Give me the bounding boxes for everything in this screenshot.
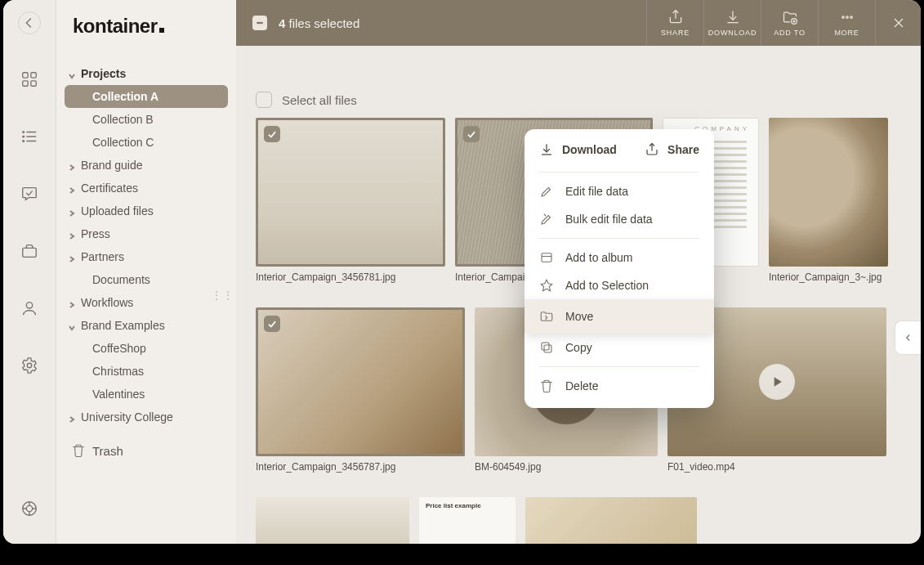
tree-item[interactable]: Collection C xyxy=(65,131,228,154)
add-to-button[interactable]: ADD TO xyxy=(761,0,818,46)
file-item[interactable]: Price list example xyxy=(419,497,516,544)
tree-item-label: Valentines xyxy=(92,388,145,401)
svg-marker-37 xyxy=(541,280,552,291)
file-name: Interior_Campaign_3456787.jpg xyxy=(256,461,465,473)
svg-point-26 xyxy=(841,16,844,19)
menu-bulk-edit[interactable]: Bulk edit file data xyxy=(524,205,714,233)
play-icon[interactable] xyxy=(759,364,795,400)
selected-check-icon xyxy=(264,126,280,142)
menu-edit-file-data[interactable]: Edit file data xyxy=(524,177,714,205)
svg-point-28 xyxy=(850,16,852,19)
tree-item[interactable]: Collection A xyxy=(65,85,228,108)
svg-rect-2 xyxy=(23,81,28,86)
tree-item[interactable]: Collection B xyxy=(65,108,228,131)
grid-icon[interactable] xyxy=(20,70,38,92)
menu-copy[interactable]: Copy xyxy=(524,334,714,361)
list-icon[interactable] xyxy=(20,128,38,149)
svg-rect-39 xyxy=(542,343,549,350)
file-name: Interior_Campaign_3~.jpg xyxy=(769,271,888,283)
tree-item-label: Collection C xyxy=(92,136,154,149)
tree-item[interactable]: Uploaded files xyxy=(65,200,228,222)
tree-item[interactable]: Projects xyxy=(65,62,228,85)
tree-item[interactable]: Brand Examples xyxy=(65,314,228,337)
tree-item[interactable]: Certificates xyxy=(65,177,228,200)
menu-add-to-album[interactable]: Add to album xyxy=(524,244,714,271)
tree-item-label: Christmas xyxy=(92,365,144,378)
tree-item[interactable]: Brand guide xyxy=(65,154,228,177)
svg-marker-31 xyxy=(774,377,782,387)
brand-logo: kontainer xyxy=(65,11,228,62)
sidebar: kontainer ProjectsCollection ACollection… xyxy=(56,0,236,544)
tree-item-label: Certificates xyxy=(81,182,138,195)
context-menu: Download Share Edit file data Bulk edit … xyxy=(524,129,714,408)
menu-download[interactable]: Download xyxy=(539,142,617,157)
download-button[interactable]: DOWNLOAD xyxy=(703,0,761,46)
chat-icon[interactable] xyxy=(20,185,38,206)
tree-item[interactable]: Documents xyxy=(65,268,228,291)
svg-point-9 xyxy=(23,141,25,142)
tree-item[interactable]: Workflows xyxy=(65,291,228,314)
selected-check-icon xyxy=(264,316,280,332)
tree-item-label: Partners xyxy=(81,250,124,263)
selection-indicator[interactable] xyxy=(252,16,267,30)
selection-action-bar: 4 files selected SHARE DOWNLOAD ADD TO M… xyxy=(236,0,921,46)
tree-item-label: Collection B xyxy=(92,113,154,126)
help-icon[interactable] xyxy=(20,500,38,521)
file-item[interactable] xyxy=(256,497,409,544)
tree-item-label: Uploaded files xyxy=(81,204,154,217)
menu-share[interactable]: Share xyxy=(645,142,699,157)
file-name: F01_video.mp4 xyxy=(667,461,886,473)
svg-point-7 xyxy=(23,132,25,133)
file-item[interactable]: Interior_Campaign_3~.jpg xyxy=(769,118,888,283)
select-all-label: Select all files xyxy=(282,93,357,107)
menu-delete[interactable]: Delete xyxy=(524,372,714,400)
back-button[interactable] xyxy=(18,11,41,34)
sidebar-resize-handle[interactable]: ⋮⋮ xyxy=(212,289,234,301)
file-name: BM-604549.jpg xyxy=(475,461,658,473)
file-name: Interior_Campaign_3456781.jpg xyxy=(256,271,445,283)
tree-item-label: Brand Examples xyxy=(81,319,165,332)
file-item[interactable]: Interior_Campaign_3456787.jpg xyxy=(256,307,465,473)
svg-point-27 xyxy=(846,16,848,19)
selected-check-icon xyxy=(463,126,480,142)
svg-rect-35 xyxy=(542,253,551,262)
trash-label: Trash xyxy=(92,444,123,458)
tree-item-label: Press xyxy=(81,227,110,240)
select-all-checkbox[interactable]: Select all files xyxy=(256,92,901,108)
tree-item[interactable]: Valentines xyxy=(65,383,228,406)
side-panel-toggle[interactable] xyxy=(895,321,921,355)
svg-point-8 xyxy=(23,136,25,137)
svg-rect-0 xyxy=(23,73,28,78)
tree-item[interactable]: Partners xyxy=(65,245,228,268)
file-item[interactable]: Interior_Campaign_3456781.jpg xyxy=(256,118,445,283)
tree-item-label: Documents xyxy=(92,273,150,286)
tree-item-label: University College xyxy=(81,410,173,424)
tree-item[interactable]: University College xyxy=(65,406,228,428)
file-item[interactable] xyxy=(525,497,697,544)
gear-icon[interactable] xyxy=(20,356,38,378)
svg-point-11 xyxy=(26,303,32,308)
svg-rect-10 xyxy=(23,248,37,257)
tree-item-label: CoffeShop xyxy=(92,342,146,355)
svg-rect-38 xyxy=(544,345,551,352)
svg-rect-3 xyxy=(31,81,36,86)
more-button[interactable]: MORE xyxy=(818,0,875,46)
tree-item[interactable]: Christmas xyxy=(65,360,228,383)
close-selection-button[interactable] xyxy=(875,0,921,46)
trash-link[interactable]: Trash xyxy=(65,428,228,458)
menu-move[interactable]: Move xyxy=(524,299,714,334)
briefcase-icon[interactable] xyxy=(20,242,38,263)
tree-item-label: Workflows xyxy=(81,296,133,309)
user-icon[interactable] xyxy=(20,299,38,321)
svg-rect-1 xyxy=(31,73,36,78)
tree-item-label: Projects xyxy=(81,67,126,80)
selection-count: 4 files selected xyxy=(279,16,359,30)
svg-point-12 xyxy=(27,363,32,368)
svg-point-14 xyxy=(26,505,32,511)
menu-add-to-selection[interactable]: Add to Selection xyxy=(524,271,714,299)
tree-item[interactable]: Press xyxy=(65,222,228,245)
tree-item[interactable]: CoffeShop xyxy=(65,337,228,360)
share-button[interactable]: SHARE xyxy=(646,0,703,46)
nav-rail xyxy=(3,0,56,544)
tree-item-label: Brand guide xyxy=(81,159,143,172)
